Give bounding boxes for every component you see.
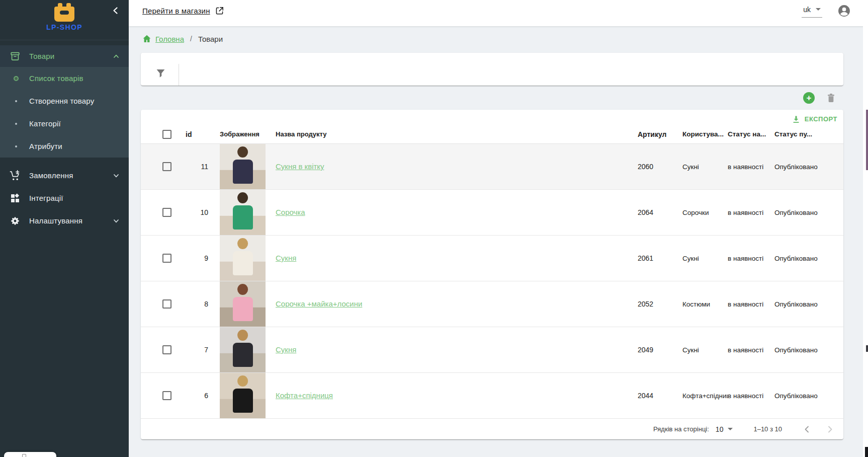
sidebar-item-products[interactable]: Товари bbox=[0, 45, 129, 67]
sidebar-subitem-label: Список товарів bbox=[29, 74, 83, 83]
gear-icon bbox=[10, 216, 21, 226]
sidebar-item-integrations[interactable]: Інтеграції bbox=[0, 187, 129, 209]
filter-funnel-icon bbox=[156, 68, 165, 78]
sidebar-item-label: Налаштування bbox=[29, 216, 82, 225]
delete-button[interactable] bbox=[826, 93, 836, 103]
cell-id: 6 bbox=[177, 392, 209, 400]
sidebar-subitem[interactable]: Створення товару bbox=[0, 90, 129, 112]
cart-plus-icon bbox=[10, 170, 21, 181]
cell-article: 2049 bbox=[638, 346, 682, 354]
cell-publish-status: Опубліковано bbox=[774, 346, 843, 354]
sidebar-item-label: Інтеграції bbox=[29, 194, 63, 202]
cell-publish-status: Опубліковано bbox=[774, 255, 843, 262]
sidebar-subitem[interactable]: Категорії bbox=[0, 112, 129, 135]
export-button[interactable]: ЕКСПОРТ bbox=[792, 115, 837, 124]
product-link[interactable]: Сорочка +майка+лосини bbox=[276, 299, 362, 308]
row-checkbox[interactable] bbox=[162, 345, 171, 354]
product-image bbox=[220, 373, 266, 418]
logo-block: LP-SHOP bbox=[0, 0, 129, 40]
cell-category: Костюми bbox=[682, 300, 728, 308]
rows-per-page-select[interactable]: 10 bbox=[716, 425, 733, 433]
sidebar-submenu: Список товарівСтворення товаруКатегоріїА… bbox=[0, 67, 129, 158]
go-to-store-link[interactable]: Перейти в магазин bbox=[142, 6, 224, 16]
caret-down-icon bbox=[816, 8, 821, 11]
cutoff-popup bbox=[4, 452, 56, 457]
cell-id: 7 bbox=[177, 346, 209, 354]
product-image bbox=[220, 144, 266, 189]
sidebar-subitem[interactable]: Атрибути bbox=[0, 135, 129, 158]
row-checkbox[interactable] bbox=[162, 208, 171, 217]
language-value: uk bbox=[803, 6, 811, 14]
account-button[interactable] bbox=[838, 5, 850, 17]
sidebar-collapse-button[interactable] bbox=[110, 5, 121, 16]
cell-category: Кофта+спідниц bbox=[682, 392, 728, 400]
shop-bag-logo-icon bbox=[54, 7, 74, 22]
col-header-id[interactable]: id bbox=[177, 130, 209, 138]
sidebar-item-orders[interactable]: Замовлення bbox=[0, 164, 129, 187]
widgets-icon bbox=[10, 193, 21, 203]
go-to-store-label[interactable]: Перейти в магазин bbox=[142, 7, 210, 15]
breadcrumb-separator: / bbox=[190, 35, 192, 43]
right-edge-artifact bbox=[863, 0, 868, 457]
table-header: id Зображення Назва продукту Артикул Кор… bbox=[141, 125, 843, 144]
language-select[interactable]: uk bbox=[802, 5, 822, 18]
product-link[interactable]: Сорочка bbox=[276, 208, 305, 216]
row-checkbox[interactable] bbox=[162, 254, 171, 263]
cell-article: 2052 bbox=[638, 300, 682, 308]
table-row[interactable]: 9Сукня2061Сукнів наявностіОпубліковано bbox=[141, 236, 843, 281]
col-header-stock[interactable]: Статус на... bbox=[728, 130, 774, 138]
product-image bbox=[220, 281, 266, 327]
logo-text: LP-SHOP bbox=[0, 23, 129, 31]
previous-page-button[interactable] bbox=[802, 424, 813, 435]
cell-article: 2060 bbox=[638, 163, 682, 171]
col-header-name[interactable]: Назва продукту bbox=[276, 130, 638, 138]
chevron-left-icon bbox=[802, 424, 813, 435]
next-page-button[interactable] bbox=[824, 424, 835, 435]
col-header-image[interactable]: Зображення bbox=[209, 125, 276, 143]
content: Головна / Товари + bbox=[129, 26, 868, 457]
table-row[interactable]: 10Сорочка2064Сорочкив наявностіОпубліков… bbox=[141, 190, 843, 236]
table-row[interactable]: 8Сорочка +майка+лосини2052Костюмив наявн… bbox=[141, 281, 843, 327]
account-circle-icon bbox=[838, 5, 850, 17]
col-header-category[interactable]: Користува... bbox=[682, 130, 728, 138]
breadcrumb-current: Товари bbox=[198, 35, 223, 43]
table-row[interactable]: 7Сукня2049Сукнів наявностіОпубліковано bbox=[141, 327, 843, 373]
sidebar-item-settings[interactable]: Налаштування bbox=[0, 209, 129, 232]
active-bullet-icon bbox=[13, 76, 20, 81]
add-product-button[interactable]: + bbox=[803, 92, 815, 104]
col-header-article[interactable]: Артикул bbox=[638, 130, 682, 138]
product-link[interactable]: Кофта+спідниця bbox=[276, 391, 333, 400]
row-checkbox[interactable] bbox=[162, 162, 171, 171]
sidebar-subitem-label: Створення товару bbox=[29, 97, 94, 105]
product-link[interactable]: Сукня в квітку bbox=[276, 162, 324, 171]
product-link[interactable]: Сукня bbox=[276, 345, 296, 354]
filter-panel bbox=[141, 53, 843, 86]
table-row[interactable]: 11Сукня в квітку2060Сукнів наявностіОпуб… bbox=[141, 144, 843, 190]
cell-stock-status: в наявності bbox=[728, 300, 774, 308]
breadcrumb-home-link[interactable]: Головна bbox=[155, 35, 184, 43]
sidebar-subitem-label: Атрибути bbox=[29, 142, 62, 150]
product-link[interactable]: Сукня bbox=[276, 254, 296, 262]
chevron-left-icon bbox=[112, 7, 120, 15]
cell-publish-status: Опубліковано bbox=[774, 392, 843, 400]
download-icon bbox=[792, 115, 801, 124]
row-checkbox[interactable] bbox=[162, 391, 171, 400]
select-all-checkbox[interactable] bbox=[162, 130, 171, 139]
row-checkbox[interactable] bbox=[162, 299, 171, 309]
product-image bbox=[220, 236, 266, 281]
chevron-down-icon bbox=[113, 172, 120, 179]
table-row[interactable]: 6Кофта+спідниця2044Кофта+спідницв наявно… bbox=[141, 373, 843, 419]
bullet-icon bbox=[13, 123, 20, 125]
cell-stock-status: в наявності bbox=[728, 392, 774, 400]
filter-button[interactable] bbox=[156, 68, 172, 85]
pagination: Рядків на сторінці: 10 1–10 з 10 bbox=[141, 419, 843, 439]
col-header-publish[interactable]: Статус пу... bbox=[774, 130, 843, 138]
chevron-down-icon bbox=[113, 217, 120, 224]
sidebar-subitem[interactable]: Список товарів bbox=[0, 67, 129, 90]
topbar: Перейти в магазин uk bbox=[129, 0, 868, 26]
main-area: Перейти в магазин uk bbox=[129, 0, 868, 457]
cell-category: Сукні bbox=[682, 163, 728, 171]
cell-publish-status: Опубліковано bbox=[774, 163, 843, 171]
export-label: ЕКСПОРТ bbox=[805, 115, 837, 123]
cell-category: Сукні bbox=[682, 346, 728, 354]
